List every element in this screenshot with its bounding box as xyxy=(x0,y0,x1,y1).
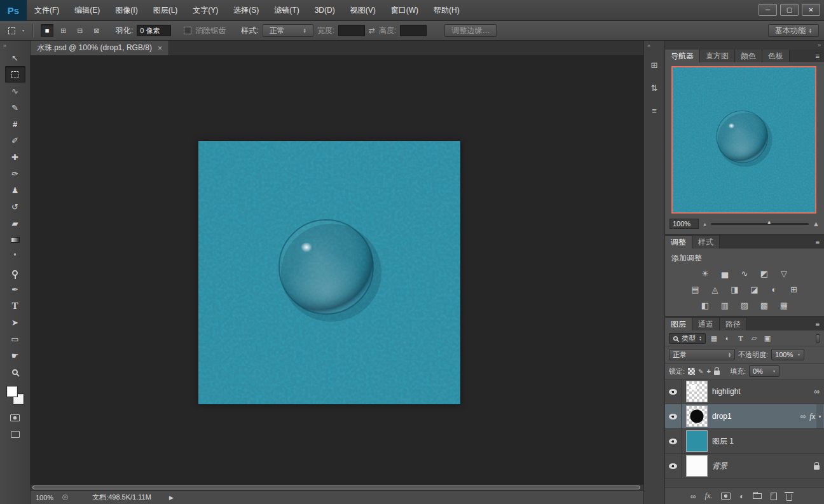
filter-shape-layers-icon[interactable]: ▱ xyxy=(749,334,759,343)
panel-menu-icon[interactable]: ≡ xyxy=(816,318,824,330)
quick-selection-tool[interactable]: ✎ xyxy=(5,99,25,116)
navigator-zoom-field[interactable]: 100% xyxy=(670,219,699,229)
tab-adjustments[interactable]: 调整 xyxy=(665,236,692,249)
menu-edit[interactable]: 编辑(E) xyxy=(67,0,107,21)
eraser-tool[interactable]: ▰ xyxy=(5,215,25,231)
color-lookup-icon[interactable]: ⊞ xyxy=(786,282,801,297)
tab-navigator[interactable]: 导航器 xyxy=(665,50,700,62)
scrollbar-thumb[interactable] xyxy=(32,486,640,489)
menu-select[interactable]: 选择(S) xyxy=(226,0,266,21)
delete-layer-button[interactable] xyxy=(786,492,792,501)
maximize-button[interactable]: ▢ xyxy=(780,4,799,16)
info-panel-icon[interactable]: ≡ xyxy=(647,103,662,118)
menu-view[interactable]: 视图(V) xyxy=(343,0,383,21)
visibility-cell[interactable] xyxy=(665,454,682,478)
menu-type[interactable]: 文字(Y) xyxy=(185,0,226,21)
tab-layers[interactable]: 图层 xyxy=(665,318,692,330)
height-input[interactable] xyxy=(400,25,427,36)
navigator-preview[interactable] xyxy=(671,66,816,214)
new-group-button[interactable] xyxy=(753,493,762,499)
menu-image[interactable]: 图像(I) xyxy=(107,0,145,21)
menu-window[interactable]: 窗口(W) xyxy=(383,0,426,21)
layer-row-layer1[interactable]: 图层 1 xyxy=(665,429,824,454)
gradient-map-icon[interactable]: ▩ xyxy=(757,298,772,313)
rectangle-tool[interactable]: ▭ xyxy=(5,330,25,347)
brush-tool[interactable]: ✑ xyxy=(5,165,25,182)
invert-icon[interactable]: ◧ xyxy=(698,298,713,313)
new-adjustment-layer-button[interactable]: ◐ xyxy=(739,492,744,501)
layer-row-highlight[interactable]: highlight ∞ xyxy=(665,379,824,404)
feather-input[interactable]: 0 像素 xyxy=(137,25,171,36)
slider-handle[interactable]: ▲ xyxy=(767,219,772,225)
layer-filter-type-select[interactable]: 类型 ▲▼ xyxy=(669,333,706,344)
healing-brush-tool[interactable]: ✚ xyxy=(5,149,25,165)
width-input[interactable] xyxy=(338,25,365,36)
panel-menu-icon[interactable]: ≡ xyxy=(816,50,824,62)
expand-dock-icon[interactable]: « xyxy=(644,41,654,50)
threshold-icon[interactable]: ▨ xyxy=(738,298,752,313)
filter-adjustment-layers-icon[interactable]: ◐ xyxy=(722,334,732,342)
new-selection-mode-button[interactable]: ■ xyxy=(41,24,53,37)
tab-color[interactable]: 颜色 xyxy=(735,50,762,62)
adjust-panel-icon[interactable]: ⇅ xyxy=(647,80,662,95)
layer-style-button[interactable]: fx. xyxy=(705,491,713,501)
tab-paths[interactable]: 路径 xyxy=(720,318,747,330)
add-selection-mode-button[interactable]: ⊞ xyxy=(57,24,70,37)
quick-mask-button[interactable] xyxy=(5,409,25,426)
tab-styles[interactable]: 样式 xyxy=(692,236,720,249)
close-tab-icon[interactable]: × xyxy=(158,44,162,53)
intersect-selection-mode-button[interactable]: ⊠ xyxy=(90,24,103,37)
exposure-icon[interactable]: ◩ xyxy=(757,266,772,281)
curves-icon[interactable]: ∿ xyxy=(738,266,752,281)
visibility-cell[interactable] xyxy=(665,379,682,404)
eyedropper-tool[interactable]: ✐ xyxy=(5,132,25,149)
filter-smart-object-icon[interactable]: ▣ xyxy=(762,334,773,343)
selective-color-icon[interactable]: ▦ xyxy=(777,298,792,313)
zoom-out-icon[interactable]: ▲ xyxy=(703,222,707,226)
blur-tool[interactable]: ❜ xyxy=(5,248,25,264)
gradient-tool[interactable] xyxy=(5,231,25,248)
hand-tool[interactable]: ☛ xyxy=(5,347,25,364)
close-button[interactable]: ✕ xyxy=(802,4,820,16)
lock-position-icon[interactable]: + xyxy=(706,367,710,375)
posterize-icon[interactable]: ▥ xyxy=(718,298,732,313)
black-white-icon[interactable]: ◨ xyxy=(727,282,742,297)
document-tab[interactable]: 水珠.psd @ 100% (drop1, RGB/8) × xyxy=(31,41,169,55)
layer-thumbnail[interactable] xyxy=(686,430,708,452)
navigator-zoom-slider[interactable]: ▲ xyxy=(711,223,809,225)
visibility-cell[interactable] xyxy=(665,429,682,453)
style-select[interactable]: 正常 ▲▼ xyxy=(263,24,313,37)
swap-dimensions-icon[interactable]: ⇄ xyxy=(369,26,375,35)
lock-image-pixels-icon[interactable]: ✎ xyxy=(698,368,703,375)
layer-effects-badge[interactable]: fx xyxy=(809,412,815,421)
hue-saturation-icon[interactable]: ▤ xyxy=(688,282,703,297)
tab-swatches[interactable]: 色板 xyxy=(762,50,790,62)
layer-thumbnail[interactable] xyxy=(686,381,708,402)
menu-file[interactable]: 文件(F) xyxy=(27,0,67,21)
menu-help[interactable]: 帮助(H) xyxy=(426,0,467,21)
layer-row-drop1[interactable]: drop1 ∞ fx ▼ xyxy=(665,404,824,429)
channel-mixer-icon[interactable]: ◐ xyxy=(767,282,781,297)
foreground-color-swatch[interactable] xyxy=(7,386,17,397)
levels-icon[interactable]: ▅ xyxy=(718,266,732,281)
visibility-cell[interactable] xyxy=(665,404,682,428)
properties-panel-icon[interactable]: ⊞ xyxy=(647,57,662,72)
add-layer-mask-button[interactable] xyxy=(721,493,731,500)
lock-all-icon[interactable] xyxy=(714,371,720,375)
document-canvas-image[interactable] xyxy=(198,141,460,404)
collapse-toolbar-icon[interactable]: » xyxy=(0,41,10,50)
collapse-dock-icon[interactable]: » xyxy=(818,42,821,48)
clone-stamp-tool[interactable]: ♟ xyxy=(5,182,25,198)
filter-toggle-switch[interactable] xyxy=(816,334,820,343)
layer-thumbnail[interactable] xyxy=(686,455,708,477)
pen-tool[interactable]: ✒ xyxy=(5,281,25,297)
filter-pixel-layers-icon[interactable]: ▦ xyxy=(709,334,719,343)
new-layer-button[interactable] xyxy=(771,493,777,500)
screen-mode-button[interactable] xyxy=(5,426,25,442)
crop-tool[interactable]: # xyxy=(5,116,25,132)
path-selection-tool[interactable]: ➤ xyxy=(5,314,25,330)
fill-field[interactable]: 0% ▼ xyxy=(749,365,779,377)
status-popup-arrow-icon[interactable]: ▶ xyxy=(169,494,174,501)
link-layers-button[interactable]: ∞ xyxy=(690,492,696,501)
horizontal-scrollbar[interactable] xyxy=(31,484,643,490)
